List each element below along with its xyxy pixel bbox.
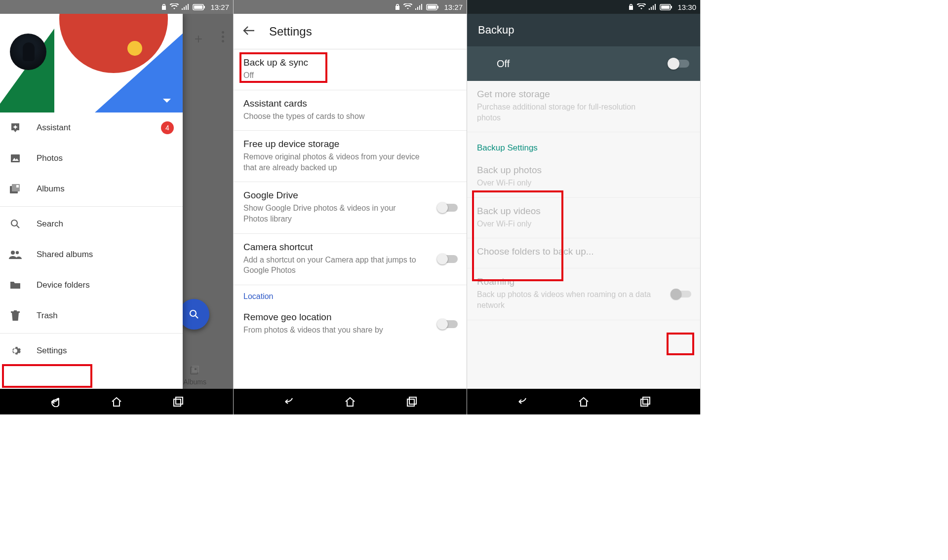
back-arrow-icon[interactable] xyxy=(242,26,255,37)
toggle-switch[interactable] xyxy=(438,204,458,212)
notification-badge: 4 xyxy=(161,121,174,134)
toggle-label: Off xyxy=(497,58,510,70)
svg-rect-1 xyxy=(204,6,205,8)
backup-master-toggle[interactable]: Off xyxy=(467,46,700,81)
setting-roaming: Roaming Back up photos & videos when roa… xyxy=(467,268,700,320)
toggle-switch[interactable] xyxy=(438,320,458,328)
status-bar: 13:30 xyxy=(467,0,700,14)
svg-rect-7 xyxy=(195,368,197,370)
phone-3-backup-screen: 13:30 Backup Off Get more storage Purcha… xyxy=(467,0,701,414)
setting-backup-photos: Back up photos Over Wi-Fi only xyxy=(467,157,700,198)
setting-title: Assistant cards xyxy=(243,98,457,109)
more-icon[interactable] xyxy=(222,31,224,42)
svg-rect-20 xyxy=(176,397,183,404)
setting-get-storage: Get more storage Purchase additional sto… xyxy=(467,81,700,132)
drawer-item-albums[interactable]: Albums xyxy=(0,174,183,204)
wifi-icon xyxy=(403,3,412,10)
setting-title: Google Drive xyxy=(243,190,457,201)
svg-rect-22 xyxy=(437,6,438,8)
setting-title: Choose folders to back up... xyxy=(477,246,690,257)
setting-subtitle: Purchase additional storage for full-res… xyxy=(477,102,690,123)
svg-rect-29 xyxy=(661,5,670,9)
setting-subtitle: Off xyxy=(243,70,457,81)
drawer-item-label: Albums xyxy=(37,184,174,194)
back-button[interactable] xyxy=(282,395,295,408)
drawer-item-label: Trash xyxy=(37,311,174,321)
decor-yellow xyxy=(127,41,142,56)
underlying-screen: + Albums xyxy=(182,14,233,389)
lock-icon xyxy=(628,3,634,10)
trash-icon xyxy=(9,310,22,321)
back-button[interactable] xyxy=(516,395,529,408)
search-fab[interactable] xyxy=(179,299,209,330)
svg-rect-23 xyxy=(428,5,436,9)
drawer-item-trash[interactable]: Trash xyxy=(0,300,183,331)
section-backup-settings: Backup Settings xyxy=(467,132,700,157)
divider xyxy=(0,333,183,334)
drawer-item-assistant[interactable]: Assistant 4 xyxy=(0,112,183,143)
setting-subtitle: Remove original photos & videos from you… xyxy=(243,151,457,173)
setting-subtitle: Over Wi-Fi only xyxy=(477,178,690,188)
setting-backup-sync[interactable]: Back up & sync Off xyxy=(234,49,467,90)
phone-1-drawer-screen: 13:27 + Albums xyxy=(0,0,234,414)
recent-button[interactable] xyxy=(172,395,185,408)
setting-title: Remove geo location xyxy=(243,312,457,323)
setting-subtitle: Choose the types of cards to show xyxy=(243,111,457,122)
avatar[interactable] xyxy=(10,34,46,70)
phone-2-settings-screen: 13:27 Settings Back up & sync Off Assist… xyxy=(234,0,467,414)
android-nav-bar xyxy=(234,389,467,414)
folder-icon xyxy=(9,281,22,290)
drawer-item-settings[interactable]: Settings xyxy=(0,336,183,366)
search-icon xyxy=(9,219,22,229)
setting-subtitle: Back up photos & videos when roaming on … xyxy=(477,289,690,310)
svg-rect-17 xyxy=(11,311,20,313)
home-button[interactable] xyxy=(344,395,356,408)
svg-line-4 xyxy=(196,316,198,318)
toggle-switch[interactable] xyxy=(438,255,458,263)
setting-title: Back up videos xyxy=(477,206,690,217)
home-button[interactable] xyxy=(110,395,123,408)
svg-rect-30 xyxy=(641,399,648,406)
setting-free-storage[interactable]: Free up device storage Remove original p… xyxy=(234,131,467,182)
toggle-switch[interactable] xyxy=(669,60,689,68)
drawer-item-label: Photos xyxy=(37,153,174,163)
back-button[interactable] xyxy=(49,395,62,408)
signal-icon xyxy=(649,4,657,10)
setting-assistant-cards[interactable]: Assistant cards Choose the types of card… xyxy=(234,90,467,131)
setting-subtitle: From photos & videos that you share by xyxy=(243,325,457,336)
recent-button[interactable] xyxy=(405,395,418,408)
recent-button[interactable] xyxy=(639,395,652,408)
setting-remove-geo[interactable]: Remove geo location From photos & videos… xyxy=(234,304,467,344)
chevron-down-icon[interactable] xyxy=(163,97,171,106)
tab-albums[interactable]: Albums xyxy=(183,365,206,389)
status-time: 13:27 xyxy=(444,3,463,11)
drawer-item-search[interactable]: Search xyxy=(0,209,183,239)
page-title: Backup xyxy=(478,24,514,37)
svg-rect-31 xyxy=(643,397,650,404)
drawer-item-photos[interactable]: Photos xyxy=(0,143,183,174)
drawer-item-label: Settings xyxy=(37,346,174,356)
backup-settings-list: Get more storage Purchase additional sto… xyxy=(467,81,700,389)
setting-choose-folders: Choose folders to back up... xyxy=(467,238,700,268)
screen-content: + Albums xyxy=(0,14,233,389)
status-time: 13:30 xyxy=(677,3,696,11)
setting-google-drive[interactable]: Google Drive Show Google Drive photos & … xyxy=(234,182,467,233)
svg-rect-8 xyxy=(11,154,20,162)
divider xyxy=(0,206,183,207)
drawer-item-label: Device folders xyxy=(37,280,174,290)
status-bar: 13:27 xyxy=(234,0,467,14)
svg-rect-26 xyxy=(409,397,416,404)
drawer-item-label: Assistant xyxy=(37,123,146,133)
drawer-item-shared[interactable]: Shared albums xyxy=(0,239,183,270)
add-icon[interactable]: + xyxy=(195,31,202,47)
page-title: Settings xyxy=(269,25,312,38)
app-bar: Settings xyxy=(234,14,467,49)
setting-camera-shortcut[interactable]: Camera shortcut Add a shortcut on your C… xyxy=(234,234,467,285)
screen-content: Backup Off Get more storage Purchase add… xyxy=(467,14,700,389)
drawer-item-label: Shared albums xyxy=(37,250,174,260)
setting-title: Free up device storage xyxy=(243,139,457,149)
drawer-item-folders[interactable]: Device folders xyxy=(0,270,183,300)
home-button[interactable] xyxy=(577,395,590,408)
svg-point-15 xyxy=(11,251,15,255)
lock-icon xyxy=(395,3,400,10)
